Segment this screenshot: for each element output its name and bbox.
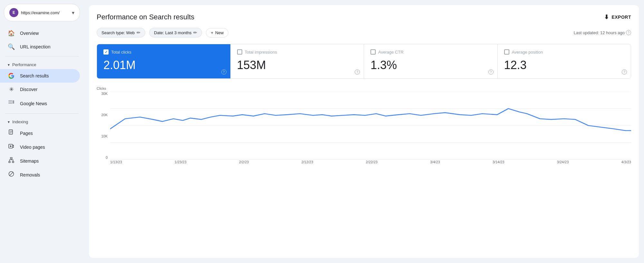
filter-bar: Search type: Web ✏ Date: Last 3 months ✏…	[97, 28, 631, 37]
new-filter-button[interactable]: + New	[206, 28, 228, 37]
metric-value-total-clicks: 2.01M	[103, 58, 224, 72]
performance-section-header[interactable]: ▾ Performance	[0, 59, 84, 69]
chart-x-tick-5: 3/4/23	[430, 160, 440, 164]
metric-label-total-impressions: Total impressions	[245, 50, 277, 55]
metric-average-position[interactable]: Average position 12.3 ?	[498, 44, 631, 78]
chart-wrapper: 30K 20K 10K 0	[97, 92, 631, 169]
chart-svg	[110, 92, 631, 159]
sidebar-item-google-news-label: Google News	[20, 101, 47, 106]
svg-rect-10	[9, 161, 10, 163]
search-icon: 🔍	[8, 43, 15, 50]
metric-help-icon-position[interactable]: ?	[622, 69, 627, 75]
sidebar-item-search-results-label: Search results	[20, 73, 49, 78]
metric-label-total-clicks: Total clicks	[111, 50, 131, 55]
date-label: Date: Last 3 months	[154, 30, 191, 35]
metric-label-average-position: Average position	[512, 50, 543, 55]
metric-value-average-position: 12.3	[504, 58, 625, 72]
svg-line-13	[9, 172, 13, 176]
metric-label-average-ctr: Average CTR	[378, 50, 404, 55]
svg-rect-8	[13, 147, 14, 147]
metric-total-impressions[interactable]: Total impressions 153M ?	[231, 44, 364, 78]
export-label: EXPORT	[611, 15, 631, 20]
plus-icon: +	[211, 30, 213, 35]
sidebar-item-search-results[interactable]: Search results	[0, 69, 80, 83]
svg-rect-7	[13, 145, 14, 146]
last-updated-text: Last updated: 12 hours ago ?	[574, 30, 631, 35]
chart-x-axis: 1/13/23 1/23/23 2/2/23 2/12/23 2/22/23 3…	[110, 160, 631, 169]
sidebar-item-discover-label: Discover	[20, 87, 37, 92]
chart-container: Clicks 30K 20K 10K 0	[97, 86, 631, 169]
chart-y-tick-30k: 30K	[101, 92, 108, 96]
new-label: New	[215, 30, 224, 35]
search-type-filter[interactable]: Search type: Web ✏	[97, 28, 145, 37]
home-icon: 🏠	[8, 30, 15, 37]
chart-x-tick-4: 2/22/23	[366, 160, 378, 164]
video-pages-icon	[8, 143, 15, 151]
chart-x-tick-7: 3/24/23	[557, 160, 569, 164]
metric-value-average-ctr: 1.3%	[370, 58, 491, 72]
chevron-down-icon: ▾	[72, 10, 74, 16]
chart-svg-area	[110, 92, 631, 159]
metric-help-icon-ctr[interactable]: ?	[488, 69, 494, 75]
export-icon: ⬇	[604, 14, 609, 21]
chart-x-tick-1: 1/23/23	[175, 160, 187, 164]
metric-help-icon-clicks[interactable]: ?	[221, 69, 226, 75]
chart-x-tick-6: 3/14/23	[493, 160, 505, 164]
main-content: Performance on Search results ⬇ EXPORT S…	[84, 0, 644, 263]
sidebar-item-sitemaps-label: Sitemaps	[20, 158, 39, 164]
sidebar-item-discover[interactable]: ✳ Discover	[0, 83, 80, 96]
metric-checkbox-total-clicks[interactable]	[103, 49, 109, 55]
site-avatar: E	[9, 8, 18, 17]
main-panel: Performance on Search results ⬇ EXPORT S…	[89, 5, 639, 258]
date-filter[interactable]: Date: Last 3 months ✏	[149, 28, 202, 37]
collapse-arrow-icon: ▾	[8, 63, 10, 67]
svg-rect-3	[13, 100, 14, 104]
sitemaps-icon	[8, 157, 15, 165]
chart-y-tick-20k: 20K	[101, 113, 108, 117]
site-url-text: https://examine.com/	[21, 10, 69, 15]
indexing-collapse-arrow-icon: ▾	[8, 120, 10, 124]
sidebar-item-overview-label: Overview	[20, 31, 39, 36]
search-type-edit-icon: ✏	[137, 30, 140, 35]
sidebar-item-sitemaps[interactable]: Sitemaps	[0, 154, 80, 168]
google-g-icon	[8, 72, 15, 79]
search-type-label: Search type: Web	[101, 30, 135, 35]
divider-1	[5, 56, 79, 56]
sidebar-item-google-news[interactable]: Google News	[0, 96, 80, 111]
chart-y-axis: 30K 20K 10K 0	[97, 92, 110, 159]
sidebar-item-pages-label: Pages	[20, 131, 33, 136]
chart-x-tick-8: 4/3/23	[621, 160, 631, 164]
sidebar-item-video-pages-label: Video pages	[20, 145, 45, 150]
last-updated-help-icon[interactable]: ?	[626, 30, 631, 35]
sidebar-item-removals[interactable]: Removals	[0, 168, 80, 182]
chart-x-tick-3: 2/12/23	[301, 160, 313, 164]
page-title: Performance on Search results	[97, 13, 194, 21]
metric-average-ctr[interactable]: Average CTR 1.3% ?	[364, 44, 498, 78]
metric-help-icon-impressions[interactable]: ?	[355, 69, 360, 75]
chart-y-axis-label: Clicks	[97, 86, 631, 90]
sidebar-item-url-inspection[interactable]: 🔍 URL inspection	[0, 40, 80, 54]
export-button[interactable]: ⬇ EXPORT	[604, 14, 631, 21]
metric-header: Total clicks	[103, 49, 224, 55]
removals-icon	[8, 171, 15, 178]
performance-section-label: Performance	[12, 62, 36, 67]
sidebar-item-pages[interactable]: Pages	[0, 126, 80, 140]
divider-2	[5, 113, 79, 114]
metric-checkbox-total-impressions[interactable]	[237, 49, 242, 55]
metric-checkbox-average-position[interactable]	[504, 49, 509, 55]
indexing-section-header[interactable]: ▾ Indexing	[0, 116, 84, 126]
sidebar-item-overview[interactable]: 🏠 Overview	[0, 26, 80, 40]
site-selector[interactable]: E https://examine.com/ ▾	[4, 4, 80, 21]
page-header: Performance on Search results ⬇ EXPORT	[97, 13, 631, 21]
svg-rect-1	[8, 102, 12, 102]
svg-marker-6	[10, 145, 12, 147]
metric-checkbox-average-ctr[interactable]	[370, 49, 376, 55]
chart-y-tick-10k: 10K	[101, 134, 108, 138]
metric-header: Average position	[504, 49, 625, 55]
metric-total-clicks[interactable]: Total clicks 2.01M ?	[97, 44, 231, 78]
date-edit-icon: ✏	[193, 30, 197, 35]
chart-x-tick-2: 2/2/23	[239, 160, 249, 164]
svg-rect-11	[12, 161, 14, 163]
sidebar-item-video-pages[interactable]: Video pages	[0, 140, 80, 154]
svg-rect-2	[8, 103, 12, 104]
